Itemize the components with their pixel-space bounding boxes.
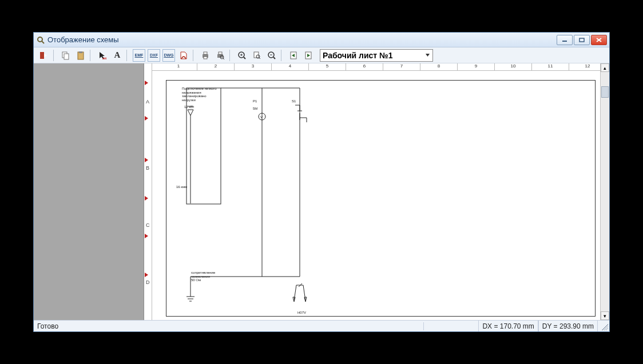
status-dx: DX = 170.70 mm	[478, 321, 538, 331]
svg-text:V: V	[260, 115, 263, 119]
close-button[interactable]	[591, 35, 607, 45]
status-dy: DY = 293.90 mm	[538, 321, 598, 331]
row-marker	[145, 273, 148, 277]
scroll-up-button[interactable]: ▴	[601, 63, 609, 72]
exit-button[interactable]	[37, 49, 51, 62]
export-dwg-button[interactable]: DWG	[162, 49, 176, 62]
print-button[interactable]	[199, 49, 212, 62]
row-marker	[145, 81, 148, 85]
svg-line-30	[273, 57, 275, 59]
col-cell: 6	[346, 63, 383, 70]
col-cell: 3	[235, 63, 272, 70]
row-marker	[145, 116, 148, 121]
pointer-attr-button[interactable]: att	[96, 49, 109, 62]
row-label-d: D	[146, 279, 150, 285]
svg-point-0	[38, 37, 42, 42]
svg-rect-3	[580, 38, 584, 42]
schematic-canvas: V	[152, 71, 600, 320]
svg-marker-35	[426, 54, 430, 57]
status-ready: Готово	[35, 322, 424, 330]
svg-rect-16	[204, 57, 207, 59]
svg-rect-9	[64, 54, 69, 59]
minimize-button[interactable]	[557, 35, 573, 45]
sheet-select[interactable]: Рабочий лист №1	[320, 49, 433, 62]
scroll-thumb[interactable]	[601, 86, 609, 98]
row-marker	[145, 234, 148, 238]
copy-button[interactable]	[59, 49, 73, 62]
ground-note: сопритявление заземления 50 Ом	[191, 271, 225, 282]
col-cell: 7	[383, 63, 420, 70]
svg-rect-15	[204, 52, 207, 54]
prev-sheet-button[interactable]	[287, 49, 300, 62]
svg-line-20	[223, 58, 224, 59]
drawing-area: A B C D 1 2 3 4 5 6 7	[144, 63, 609, 320]
left-panel	[34, 63, 144, 320]
app-icon	[36, 35, 45, 45]
col-ruler: 1 2 3 4 5 6 7 8 9 10 11 12	[152, 63, 600, 71]
col-cell: 4	[272, 63, 309, 70]
col-cell: 11	[532, 63, 569, 70]
col-cell: 1	[160, 63, 197, 70]
zoom-in-button[interactable]	[235, 49, 249, 62]
svg-marker-7	[44, 54, 47, 57]
col-cell: 10	[495, 63, 532, 70]
titlebar: Отображение схемы	[34, 33, 609, 47]
export-dxf-button[interactable]: DXF	[147, 49, 161, 62]
print-preview-button[interactable]	[213, 49, 227, 62]
col-cell: 2	[197, 63, 235, 70]
voltmeter-sub: 5М	[253, 107, 257, 111]
toolbar: att A EMF DXF DWG	[34, 47, 609, 63]
resize-grip[interactable]	[600, 322, 608, 330]
text-tool-button[interactable]: A	[110, 49, 124, 62]
power-label: 12 кВт	[184, 105, 195, 109]
scroll-down-button[interactable]: ▾	[601, 311, 609, 320]
row-ruler: A B C D	[144, 63, 152, 320]
next-sheet-button[interactable]	[301, 49, 315, 62]
svg-line-24	[244, 57, 245, 59]
row-label-b: B	[146, 165, 149, 171]
svg-rect-18	[219, 52, 222, 54]
paste-button[interactable]	[74, 49, 88, 62]
svg-line-1	[42, 41, 44, 43]
svg-marker-38	[188, 110, 193, 115]
sheet-select-label: Рабочий лист №1	[323, 51, 392, 60]
window-title: Отображение схемы	[47, 35, 119, 44]
vertical-scrollbar[interactable]: ▴ ▾	[600, 63, 609, 320]
maximize-button[interactable]	[574, 35, 590, 45]
col-cell: 5	[309, 63, 346, 70]
row-marker	[145, 196, 148, 201]
svg-text:att: att	[102, 57, 106, 60]
svg-rect-11	[79, 51, 82, 53]
col-cell: 12	[569, 63, 600, 70]
app-window: Отображение схемы att A EMF DXF DWG	[33, 32, 610, 332]
drawing-canvas[interactable]: 1 2 3 4 5 6 7 8 9 10 11 12	[152, 63, 600, 320]
content-area: A B C D 1 2 3 4 5 6 7	[34, 63, 609, 320]
s1-label: S1	[292, 99, 296, 103]
zoom-page-button[interactable]	[250, 49, 264, 62]
svg-rect-6	[40, 52, 44, 59]
row-marker	[145, 158, 148, 162]
export-emf-button[interactable]: EMF	[132, 49, 146, 62]
row-label-c: C	[146, 222, 150, 228]
col-cell: 9	[458, 63, 495, 70]
note-top: Подключение низкого напряжения запланиро…	[182, 87, 221, 102]
col-cell: 8	[420, 63, 458, 70]
p1-label: P1	[253, 99, 257, 103]
wire-gauge-label: 16 кмм	[176, 185, 187, 189]
chevron-down-icon	[425, 53, 430, 58]
bottom-label: H07V	[297, 311, 306, 315]
row-label-a: A	[146, 99, 149, 105]
zoom-out-button[interactable]	[265, 49, 279, 62]
svg-line-27	[259, 58, 260, 59]
statusbar: Готово DX = 170.70 mm DY = 293.90 mm	[34, 320, 609, 331]
export-pdf-button[interactable]	[177, 49, 190, 62]
